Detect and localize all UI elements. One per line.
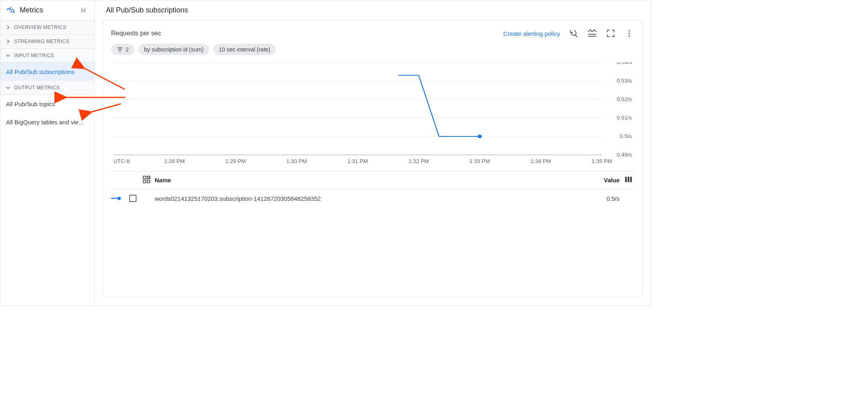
card-title: Requests per sec xyxy=(111,30,161,37)
svg-text:0.51/s: 0.51/s xyxy=(617,115,632,121)
grid-view-icon[interactable] xyxy=(143,175,152,185)
svg-text:1:30 PM: 1:30 PM xyxy=(286,159,307,164)
chevron-down-icon xyxy=(5,85,11,91)
svg-text:0.53/s: 0.53/s xyxy=(617,78,632,84)
fullscreen-icon[interactable] xyxy=(606,29,616,38)
group-label: OUTPUT METRICS xyxy=(14,85,60,91)
sidebar-item-pubsub-topics[interactable]: All Pub/Sub topics xyxy=(0,95,94,113)
svg-text:1:35 PM: 1:35 PM xyxy=(591,159,612,164)
svg-text:0.5/s: 0.5/s xyxy=(620,134,632,139)
interval-chip[interactable]: 10 sec interval (rate) xyxy=(213,44,276,55)
group-label: STREAMING METRICS xyxy=(14,39,69,44)
group-label: OVERVIEW METRICS xyxy=(14,25,66,30)
sidebar-group-overview[interactable]: OVERVIEW METRICS xyxy=(0,21,94,35)
svg-text:1:31 PM: 1:31 PM xyxy=(347,159,368,164)
sidebar-item-bigquery-tables[interactable]: All BigQuery tables and vie… xyxy=(0,113,94,131)
sidebar-group-streaming[interactable]: STREAMING METRICS xyxy=(0,35,94,49)
svg-rect-36 xyxy=(143,180,146,183)
sidebar: Metrics OVERVIEW METRICS STREAMING METRI… xyxy=(0,0,95,305)
svg-text:0.54/s: 0.54/s xyxy=(617,62,632,65)
svg-point-33 xyxy=(477,135,482,138)
svg-text:1:32 PM: 1:32 PM xyxy=(408,159,429,164)
chevron-down-icon xyxy=(5,53,11,58)
chevron-right-icon xyxy=(5,25,11,30)
columns-icon[interactable] xyxy=(624,175,634,185)
filter-count: 2 xyxy=(126,46,129,53)
series-swatch xyxy=(111,196,123,201)
group-label: INPUT METRICS xyxy=(14,53,54,58)
sidebar-title: Metrics xyxy=(20,6,79,14)
create-alerting-policy-link[interactable]: Create alerting policy xyxy=(503,30,560,37)
svg-text:1:33 PM: 1:33 PM xyxy=(469,159,490,164)
svg-rect-38 xyxy=(625,177,627,182)
svg-rect-34 xyxy=(143,176,146,179)
svg-point-7 xyxy=(628,35,630,37)
more-options-icon[interactable] xyxy=(624,29,634,38)
svg-line-2 xyxy=(575,35,577,37)
legend-checkbox[interactable] xyxy=(129,195,136,202)
svg-text:UTC-8: UTC-8 xyxy=(114,159,130,164)
svg-rect-39 xyxy=(628,177,629,182)
main-panel: All Pub/Sub subscriptions Requests per s… xyxy=(95,0,651,305)
svg-point-5 xyxy=(628,30,630,32)
svg-rect-37 xyxy=(147,180,150,183)
legend-value-header: Value xyxy=(587,177,620,183)
metric-card: Requests per sec Create alerting policy xyxy=(103,20,643,297)
filter-icon xyxy=(117,46,123,53)
sidebar-group-output[interactable]: OUTPUT METRICS xyxy=(0,81,94,95)
svg-point-6 xyxy=(628,33,630,34)
page-title: All Pub/Sub subscriptions xyxy=(95,0,651,20)
svg-text:0.49/s: 0.49/s xyxy=(617,152,632,158)
sidebar-group-input[interactable]: INPUT METRICS xyxy=(0,49,94,63)
aggregator-chip[interactable]: by subscription id (sum) xyxy=(138,44,209,55)
chart-canvas[interactable]: 0.54/s0.53/s0.52/s0.51/s0.5/s0.49/sUTC-8… xyxy=(111,62,634,171)
sidebar-header: Metrics xyxy=(0,0,94,21)
svg-text:1:28 PM: 1:28 PM xyxy=(164,159,185,164)
svg-rect-40 xyxy=(630,177,632,182)
sidebar-item-pubsub-subscriptions[interactable]: All Pub/Sub subscriptions xyxy=(0,63,94,81)
svg-text:0.52/s: 0.52/s xyxy=(617,97,632,102)
legend-series-value: 0.5/s xyxy=(587,195,620,202)
legend-toggle-icon[interactable] xyxy=(587,29,597,38)
reset-zoom-icon[interactable] xyxy=(569,29,579,38)
chevron-right-icon xyxy=(5,39,11,44)
svg-point-0 xyxy=(11,9,14,12)
filter-count-chip[interactable]: 2 xyxy=(111,44,134,55)
legend-series-name: words02141325170203.subscription-1412872… xyxy=(155,195,587,202)
legend-row: words02141325170203.subscription-1412872… xyxy=(111,189,634,208)
svg-line-1 xyxy=(13,12,14,13)
metrics-explorer-icon xyxy=(6,5,15,15)
svg-text:1:29 PM: 1:29 PM xyxy=(225,159,246,164)
svg-point-42 xyxy=(118,197,121,200)
collapse-sidebar-icon[interactable] xyxy=(79,6,89,15)
legend-table: Name Value words02141325170203.subscript… xyxy=(111,171,634,208)
svg-text:1:34 PM: 1:34 PM xyxy=(531,159,551,164)
legend-name-header: Name xyxy=(155,177,587,183)
